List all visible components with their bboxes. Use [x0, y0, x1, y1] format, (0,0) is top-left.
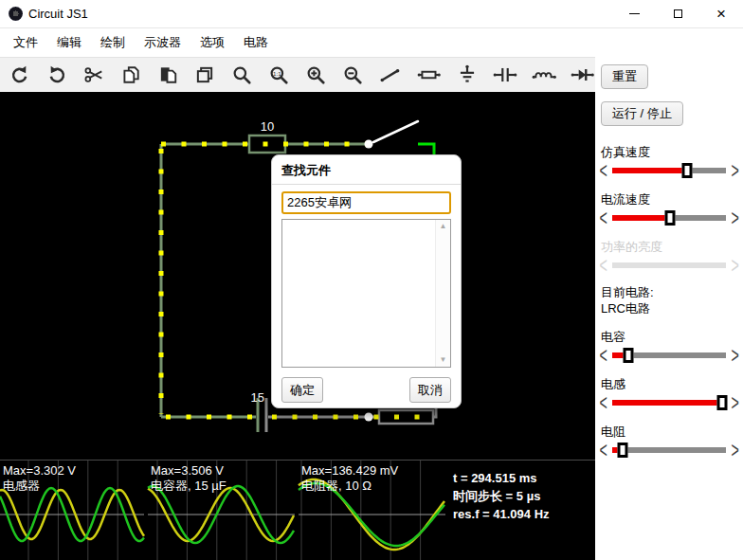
switch-component[interactable]	[373, 121, 418, 142]
slider-simulation-speed[interactable]: <>	[597, 162, 741, 179]
capacitor-button[interactable]	[492, 62, 518, 88]
search-button[interactable]	[229, 62, 254, 88]
menu-scopes[interactable]: 示波器	[135, 28, 190, 57]
copy-button[interactable]	[118, 62, 143, 88]
scope-strip[interactable]: Max=3.302 V电感器Max=3.506 V电容器, 15 µFMax=1…	[0, 460, 595, 560]
slider-label-simulation-speed: 仿真速度	[601, 144, 741, 161]
slider-group-power-brightness: 功率的亮度<>	[597, 239, 741, 274]
menu-options[interactable]: 选项	[190, 28, 234, 57]
node-post[interactable]	[365, 413, 373, 422]
paste-icon	[157, 64, 178, 85]
scroll-down-icon[interactable]: ▼	[440, 356, 447, 364]
zoom-in-button[interactable]	[303, 62, 328, 88]
paste-button[interactable]	[155, 62, 180, 88]
diode-icon	[571, 64, 595, 85]
slider-thumb-capacitance[interactable]	[623, 348, 633, 363]
minimize-button[interactable]	[612, 0, 656, 28]
diode-button[interactable]	[570, 62, 596, 88]
inductor-button[interactable]	[531, 62, 557, 88]
listbox-scrollbar[interactable]: ▲ ▼	[435, 220, 450, 367]
slider-thumb-resistance[interactable]	[617, 443, 627, 458]
slider-track-inductance[interactable]	[612, 400, 726, 406]
simulation-info-line: t = 294.515 ms	[453, 469, 550, 487]
slider-track-simulation-speed[interactable]	[612, 168, 726, 173]
search-icon	[231, 64, 252, 85]
minimize-icon	[629, 13, 640, 14]
slider-resistance[interactable]: <>	[597, 442, 741, 459]
find-component-dialog: 查找元件 ▲ ▼ 确定 取消	[271, 154, 462, 408]
cut-button[interactable]	[82, 62, 106, 88]
slider-label-capacitance: 电容	[601, 329, 741, 346]
ground-icon	[457, 63, 478, 86]
slider-decrease-arrow[interactable]: <	[599, 440, 608, 461]
current-circuit-name: LRC电路	[601, 300, 743, 316]
slider-current-speed[interactable]: <>	[597, 209, 741, 226]
slider-increase-arrow: >	[731, 255, 740, 277]
ok-button[interactable]: 确定	[281, 377, 323, 403]
window-controls: ×	[612, 0, 743, 28]
capacitor-value-label: 15	[251, 390, 264, 405]
run-stop-button[interactable]: 运行 / 停止	[601, 101, 683, 126]
cancel-button[interactable]: 取消	[409, 377, 451, 403]
menu-edit[interactable]: 编辑	[47, 28, 91, 57]
slider-thumb-inductance[interactable]	[717, 395, 728, 410]
zoom-100-icon: 1:1	[268, 64, 289, 85]
reset-button[interactable]: 重置	[601, 64, 648, 89]
toolbar: 1:1	[0, 57, 595, 92]
parameter-sliders: 电容<>电感<>电阻<>	[595, 329, 743, 459]
zoom-out-button[interactable]	[340, 62, 365, 88]
redo-button[interactable]	[45, 62, 69, 88]
undo-button[interactable]	[8, 62, 32, 88]
menu-circuits[interactable]: 电路	[234, 28, 278, 57]
scroll-up-icon[interactable]: ▲	[440, 223, 447, 230]
dialog-title[interactable]: 查找元件	[272, 155, 461, 184]
menubar: 文件编辑绘制示波器选项电路	[0, 28, 743, 57]
slider-track-resistance[interactable]	[612, 447, 726, 453]
duplicate-button[interactable]	[192, 62, 217, 88]
slider-decrease-arrow[interactable]: <	[599, 208, 608, 229]
slider-inductance[interactable]: <>	[597, 394, 741, 411]
current-circuit-label: 目前电路:	[601, 284, 743, 300]
slider-label-current-speed: 电流速度	[601, 191, 741, 208]
capacitor-icon	[493, 64, 517, 85]
resistor-button[interactable]	[416, 62, 443, 88]
slider-decrease-arrow[interactable]: <	[599, 160, 608, 182]
slider-group-resistance: 电阻<>	[597, 424, 741, 459]
slider-power-brightness: <>	[597, 257, 741, 274]
titlebar[interactable]: Circuit JS1 ×	[0, 0, 743, 28]
menu-file[interactable]: 文件	[4, 28, 47, 57]
slider-increase-arrow[interactable]: >	[731, 208, 740, 229]
zoom-100-button[interactable]: 1:1	[266, 62, 291, 88]
slider-label-inductance: 电感	[601, 376, 741, 393]
wire-button[interactable]	[377, 62, 404, 88]
slider-increase-arrow[interactable]: >	[731, 392, 740, 414]
node-post[interactable]	[365, 140, 373, 149]
resistor-icon	[417, 64, 442, 85]
wire-icon	[379, 64, 402, 85]
cut-icon	[83, 64, 104, 85]
slider-label-power-brightness: 功率的亮度	[601, 239, 741, 256]
simulation-info-line: res.f = 41.094 Hz	[453, 505, 550, 523]
slider-increase-arrow[interactable]: >	[731, 160, 740, 182]
slider-group-simulation-speed: 仿真速度<>	[597, 144, 741, 179]
resistor-value-label: 10	[261, 119, 274, 134]
menu-draw[interactable]: 绘制	[91, 28, 135, 57]
slider-thumb-current-speed[interactable]	[665, 210, 676, 226]
close-button[interactable]: ×	[699, 0, 743, 28]
slider-increase-arrow[interactable]: >	[731, 440, 740, 461]
component-search-input[interactable]	[281, 191, 451, 214]
results-listbox[interactable]: ▲ ▼	[281, 219, 451, 368]
slider-decrease-arrow[interactable]: <	[599, 345, 608, 367]
slider-track-capacitance[interactable]	[612, 352, 726, 358]
slider-thumb-simulation-speed[interactable]	[682, 163, 693, 178]
maximize-button[interactable]	[656, 0, 699, 28]
slider-capacitance[interactable]: <>	[597, 347, 741, 364]
slider-group-inductance: 电感<>	[597, 376, 741, 411]
inductor-component[interactable]	[379, 410, 433, 424]
slider-group-current-speed: 电流速度<>	[597, 191, 741, 226]
slider-decrease-arrow[interactable]: <	[599, 392, 608, 414]
slider-increase-arrow[interactable]: >	[731, 345, 740, 367]
slider-track-current-speed[interactable]	[612, 215, 726, 221]
ground-button[interactable]	[455, 62, 480, 88]
simulation-info: t = 294.515 ms时间步长 = 5 µsres.f = 41.094 …	[453, 469, 550, 523]
